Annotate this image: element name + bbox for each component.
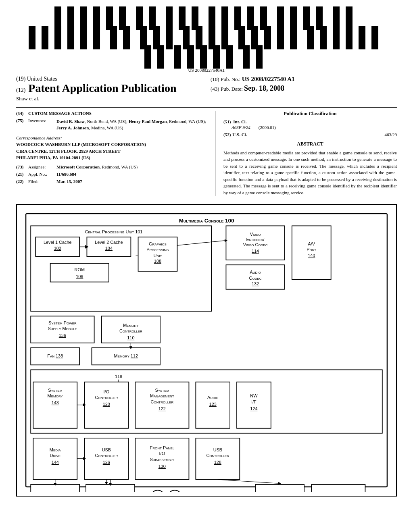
svg-text:Level 2 Cache: Level 2 Cache	[95, 240, 123, 245]
appl-num: (21)	[16, 172, 28, 177]
svg-text:Subassembly: Subassembly	[150, 457, 175, 462]
us-cl-dots	[248, 136, 383, 136]
diagram-container: svg text { font-family: Arial, Helvetica…	[16, 204, 397, 497]
svg-text:Port: Port	[307, 247, 316, 252]
assignee-label: Assignee:	[28, 164, 56, 169]
title-value: CUSTOM MESSAGE ACTIONS	[28, 111, 207, 116]
svg-text:Memory 112: Memory 112	[114, 354, 138, 359]
svg-text:Drive: Drive	[50, 453, 60, 458]
svg-text:I/O: I/O	[104, 389, 110, 394]
svg-rect-94	[255, 484, 304, 492]
int-cl-year: (2006.01)	[259, 125, 276, 130]
svg-text:108: 108	[154, 259, 161, 264]
appl-label: Appl. No.:	[28, 172, 56, 177]
svg-rect-80	[196, 438, 240, 480]
svg-rect-71	[84, 438, 128, 480]
svg-text:130: 130	[159, 464, 166, 469]
svg-text:144: 144	[52, 460, 59, 465]
svg-text:114: 114	[252, 249, 259, 254]
inventors-header: Shaw et al.	[16, 96, 202, 102]
svg-text:140: 140	[308, 253, 315, 258]
svg-text:Audio: Audio	[250, 270, 261, 274]
svg-rect-98	[311, 484, 365, 492]
inventors-label: Inventors:	[28, 118, 56, 131]
svg-text:A/V: A/V	[308, 241, 315, 246]
svg-text:Media: Media	[50, 447, 61, 452]
svg-text:Multimedia Console 100: Multimedia Console 100	[179, 218, 234, 224]
svg-text:Processing: Processing	[146, 247, 169, 252]
svg-text:I/F: I/F	[251, 399, 257, 404]
pub-date-value: Sep. 18, 2008	[244, 84, 284, 92]
svg-text:System: System	[48, 388, 62, 393]
svg-rect-84	[31, 484, 79, 492]
header-divider	[16, 107, 397, 108]
pub-class-title: Publication Classification	[223, 111, 397, 117]
svg-text:Video Codec: Video Codec	[243, 243, 268, 247]
svg-text:106: 106	[76, 274, 83, 279]
svg-text:110: 110	[127, 336, 134, 341]
appl-row: (21) Appl. No.: 11/686,684	[16, 172, 207, 177]
svg-text:Video: Video	[250, 232, 261, 237]
col-right: Publication Classification (51) Int. Cl.…	[215, 111, 397, 196]
svg-text:126: 126	[103, 460, 110, 465]
us-cl-section: (52) U.S. Cl. 463/29	[223, 132, 397, 137]
svg-text:ROM: ROM	[75, 267, 85, 272]
svg-text:Memory: Memory	[48, 394, 63, 399]
svg-text:132: 132	[252, 281, 259, 286]
header-left: (19) United States (12) Patent Applicati…	[16, 76, 202, 102]
svg-text:Controller: Controller	[44, 491, 67, 492]
svg-point-92	[167, 490, 182, 492]
svg-text:I/O: I/O	[159, 451, 165, 456]
int-cl-label: Int. Cl.	[233, 119, 246, 124]
barcode-area: ▌▌▌▌▌▌ ▌▌ ▌▌▌ ▌▌▌▌▌ ▌▌▌▌ ▌▌ ▌▌▌▌▌▌ ▌▌ ▌▌…	[16, 8, 397, 66]
abstract-title: ABSTRACT	[223, 141, 397, 147]
col-left: (54) CUSTOM MESSAGE ACTIONS (75) Invento…	[16, 111, 207, 196]
svg-text:Central Processing Unit 101: Central Processing Unit 101	[85, 229, 143, 234]
pub-no-value: US 2008/0227540 A1	[242, 76, 295, 82]
int-cl-num: (51)	[223, 119, 231, 124]
pub-date-num: (43)	[211, 86, 219, 92]
doc-kind: (12) Patent Application Publication	[16, 82, 202, 95]
svg-text:Controller: Controller	[99, 491, 122, 492]
svg-rect-67	[33, 438, 77, 480]
us-cl-label: U.S. Cl.	[232, 132, 247, 137]
svg-rect-63	[237, 382, 271, 428]
barcode: ▌▌▌▌▌▌ ▌▌ ▌▌▌ ▌▌▌▌▌ ▌▌▌▌ ▌▌ ▌▌▌▌▌▌ ▌▌ ▌▌…	[16, 8, 397, 66]
svg-text:Audio: Audio	[207, 395, 218, 400]
filed-label: Filed:	[28, 179, 56, 184]
corr-label: Correspondence Address:	[16, 135, 207, 141]
inventors-num: (75)	[16, 118, 28, 131]
svg-text:Supply Module: Supply Module	[48, 326, 77, 331]
svg-text:Management: Management	[150, 394, 174, 399]
appl-value: 11/686,684	[56, 172, 207, 177]
svg-text:Wireless: Wireless	[330, 491, 347, 492]
pub-no-num: (10)	[211, 76, 219, 82]
svg-text:System: System	[155, 388, 169, 393]
filed-row: (22) Filed: Mar. 15, 2007	[16, 179, 207, 184]
abstract-text: Methods and computer-readable media are …	[223, 150, 397, 196]
inventors-row: (75) Inventors: David R. Shaw, North Ben…	[16, 118, 207, 131]
doc-kind-num: (12)	[16, 87, 25, 93]
svg-text:NW: NW	[250, 394, 258, 399]
svg-text:143: 143	[52, 401, 59, 405]
svg-text:120: 120	[103, 402, 110, 407]
svg-text:Controller: Controller	[95, 453, 118, 458]
doc-kind-title: Patent Application Publication	[28, 82, 176, 94]
svg-text:122: 122	[159, 406, 166, 411]
assignee-num: (73)	[16, 164, 28, 169]
filed-num: (22)	[16, 179, 28, 184]
svg-text:118: 118	[115, 374, 122, 379]
svg-rect-15	[50, 264, 109, 282]
diagram-svg: svg text { font-family: Arial, Helvetica…	[21, 209, 392, 492]
int-cl-section: (51) Int. Cl. A63F 9/24 (2006.01)	[223, 119, 397, 130]
svg-rect-87	[86, 484, 135, 492]
svg-text:102: 102	[54, 246, 61, 251]
svg-text:USB: USB	[102, 447, 111, 452]
svg-text:Controller: Controller	[150, 399, 173, 404]
svg-text:Front Panel: Front Panel	[150, 445, 175, 450]
svg-text:Level 1 Cache: Level 1 Cache	[44, 240, 72, 245]
svg-text:Controller: Controller	[206, 453, 229, 458]
filed-value: Mar. 15, 2007	[56, 179, 207, 184]
svg-text:123: 123	[209, 402, 217, 407]
pub-no-line: (10) Pub. No.: US 2008/0227540 A1	[211, 76, 397, 83]
